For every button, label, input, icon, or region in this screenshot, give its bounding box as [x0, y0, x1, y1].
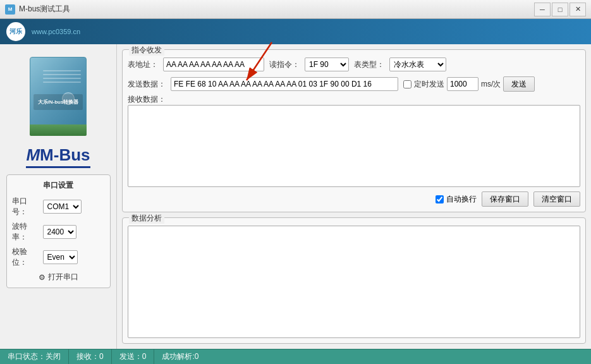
timed-send-unit: ms/次: [481, 79, 501, 90]
timed-send-checkbox[interactable]: [403, 80, 411, 88]
read-cmd-label: 读指令：: [269, 59, 300, 70]
device-label: 大乐/N-bus转换器: [38, 99, 79, 106]
auto-newline-label[interactable]: 自动换行: [436, 194, 477, 205]
cmd-row2: 发送数据： 定时发送: [128, 76, 580, 92]
logo-bar: 河乐 www.pc0359.cn: [0, 19, 591, 44]
device-line: [43, 74, 81, 75]
mbus-logo: MM-Bus: [26, 145, 90, 168]
port-label: 串口号：: [12, 196, 40, 217]
meter-type-select[interactable]: 冷水水表 热水水表 热量表: [389, 58, 446, 71]
baud-select[interactable]: 1200 2400 4800 9600: [43, 225, 76, 239]
send-button[interactable]: 发送: [503, 76, 535, 92]
parse-status-segment: 成功解析:0: [154, 349, 591, 364]
website-text: www.pc0359.cn: [32, 28, 80, 35]
close-button[interactable]: ✕: [570, 3, 586, 16]
minimize-button[interactable]: ─: [534, 3, 551, 16]
receive-area: 接收数据：: [128, 94, 580, 189]
device-lines: [43, 70, 81, 83]
device-image: 大乐/N-bus转换器: [20, 54, 96, 136]
cmd-group-title: 指令收发: [129, 45, 164, 56]
title-bar: M M-bus测试工具 ─ □ ✕: [0, 0, 591, 19]
serial-settings-title: 串口设置: [12, 180, 105, 191]
main-content: 大乐/N-bus转换器 MM-Bus 串口设置 串口号： COM1 COM2 C…: [0, 44, 591, 349]
logo-text: 河乐: [9, 27, 22, 36]
receive-label: 接收数据：: [128, 95, 166, 104]
parse-status-text: 成功解析:0: [162, 351, 198, 362]
open-port-button[interactable]: ⚙ 打开串口: [12, 272, 105, 282]
device-line: [43, 70, 81, 71]
analysis-textarea[interactable]: [128, 226, 580, 338]
open-port-label: 打开串口: [48, 272, 78, 282]
device-line: [43, 82, 81, 83]
send-data-wrapper: [171, 77, 398, 91]
meter-type-label: 表类型：: [354, 59, 384, 70]
right-panel: 指令收发 表地址： 读指令： 1F 90 表类型： 冷水水表 热水水表 热量表 …: [117, 44, 591, 349]
device-line: [43, 78, 81, 79]
device-body: 大乐/N-bus转换器: [30, 57, 87, 126]
auto-newline-checkbox[interactable]: [436, 195, 444, 203]
device-label-area: 大乐/N-bus转换器: [34, 94, 83, 110]
parity-row: 校验位： None Even Odd: [12, 246, 105, 268]
cmd-row1: 表地址： 读指令： 1F 90 表类型： 冷水水表 热水水表 热量表: [128, 58, 580, 71]
window-title: M-bus测试工具: [19, 4, 70, 15]
timed-send-ms-input[interactable]: [447, 77, 478, 91]
addr-label: 表地址：: [128, 59, 158, 70]
parity-select[interactable]: None Even Odd: [43, 250, 78, 264]
receive-status-segment: 接收：0: [69, 349, 112, 364]
save-window-button[interactable]: 保存窗口: [482, 191, 528, 207]
analysis-title: 数据分析: [129, 213, 164, 224]
timed-send-group: 定时发送 ms/次 发送: [403, 76, 535, 92]
parity-label: 校验位：: [12, 246, 40, 268]
analysis-group-box: 数据分析: [122, 217, 586, 344]
send-status-segment: 发送：0: [112, 349, 155, 364]
baud-label: 波特率：: [12, 221, 40, 243]
timed-send-label: 定时发送: [414, 79, 444, 90]
port-select[interactable]: COM1 COM2 COM3 COM4: [43, 200, 82, 214]
left-panel: 大乐/N-bus转换器 MM-Bus 串口设置 串口号： COM1 COM2 C…: [0, 44, 117, 349]
port-status-text: 串口状态：关闭: [8, 351, 61, 362]
app-icon: M: [5, 4, 15, 15]
auto-newline-text: 自动换行: [446, 194, 477, 205]
port-icon: ⚙: [39, 273, 46, 282]
bottom-toolbar: 自动换行 保存窗口 清空窗口: [128, 191, 580, 207]
maximize-button[interactable]: □: [552, 3, 568, 16]
device-connector: [30, 124, 87, 136]
mbus-text: M-Bus: [40, 145, 90, 164]
send-data-input[interactable]: [171, 77, 398, 91]
port-status-segment: 串口状态：关闭: [0, 349, 69, 364]
receive-status-text: 接收：0: [76, 351, 104, 362]
addr-input[interactable]: [163, 58, 264, 71]
logo-circle: 河乐: [6, 22, 25, 41]
send-data-label: 发送数据：: [128, 79, 166, 90]
status-bar: 串口状态：关闭 接收：0 发送：0 成功解析:0: [0, 349, 591, 364]
port-row: 串口号： COM1 COM2 COM3 COM4: [12, 196, 105, 217]
baud-row: 波特率： 1200 2400 4800 9600: [12, 221, 105, 243]
serial-settings-panel: 串口设置 串口号： COM1 COM2 COM3 COM4 波特率： 1200 …: [6, 174, 111, 288]
cmd-group-box: 指令收发 表地址： 读指令： 1F 90 表类型： 冷水水表 热水水表 热量表 …: [122, 49, 586, 212]
clear-window-button[interactable]: 清空窗口: [533, 191, 580, 207]
window-controls: ─ □ ✕: [534, 3, 586, 16]
send-status-text: 发送：0: [119, 351, 147, 362]
receive-textarea[interactable]: [128, 105, 580, 187]
read-cmd-select[interactable]: 1F 90: [305, 58, 349, 71]
